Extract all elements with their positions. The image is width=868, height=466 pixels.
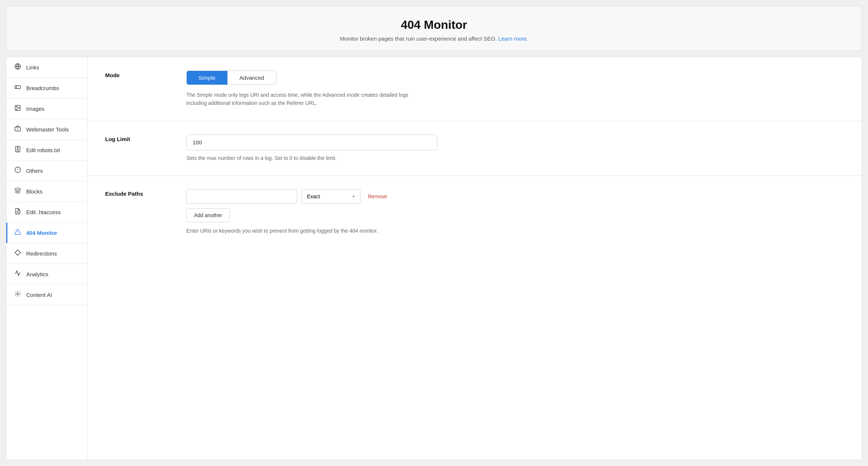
links-icon <box>14 63 22 72</box>
svg-point-4 <box>16 106 17 107</box>
svg-rect-1 <box>15 86 21 89</box>
add-another-button[interactable]: Add another <box>186 208 230 222</box>
sidebar-item-blocks[interactable]: Blocks <box>6 181 87 202</box>
svg-point-19 <box>17 293 19 295</box>
sidebar-item-breadcrumbs[interactable]: Breadcrumbs <box>6 78 87 99</box>
exclude-path-input[interactable] <box>186 189 297 204</box>
sidebar-item-404-monitor[interactable]: 404 Monitor <box>6 223 87 243</box>
log-limit-input[interactable] <box>186 134 437 150</box>
sidebar-item-breadcrumbs-label: Breadcrumbs <box>26 85 59 91</box>
breadcrumbs-icon <box>14 84 22 92</box>
sidebar-item-webmaster-tools[interactable]: Webmaster Tools <box>6 119 87 140</box>
main-layout: Links Breadcrumbs Images <box>6 57 862 460</box>
sidebar-item-webmaster-tools-label: Webmaster Tools <box>26 126 69 133</box>
sidebar-item-analytics-label: Analytics <box>26 271 48 277</box>
edit-htaccess-icon <box>14 208 22 216</box>
mode-description: The Simple mode only logs URI and access… <box>186 91 430 107</box>
sidebar-item-links[interactable]: Links <box>6 57 87 78</box>
sidebar-item-others[interactable]: Others <box>6 161 87 181</box>
images-icon <box>14 104 22 113</box>
blocks-icon <box>14 187 22 196</box>
others-icon <box>14 167 22 175</box>
exclude-match-select[interactable]: Exact Contains Starts With Ends With Reg… <box>302 189 361 204</box>
log-limit-section: Log Limit Sets the max number of rows in… <box>87 121 862 176</box>
sidebar-item-blocks-label: Blocks <box>26 188 42 195</box>
exclude-paths-label: Exclude Paths <box>105 189 186 235</box>
log-limit-label: Log Limit <box>105 134 186 162</box>
redirections-icon <box>14 249 22 258</box>
sidebar-item-edit-htaccess-label: Edit .htaccess <box>26 209 61 215</box>
learn-more-link[interactable]: Learn more <box>498 35 527 42</box>
mode-toggle: Simple Advanced <box>186 71 276 85</box>
mode-content: Simple Advanced The Simple mode only log… <box>186 71 844 107</box>
advanced-mode-button[interactable]: Advanced <box>227 71 276 85</box>
sidebar-item-others-label: Others <box>26 168 43 174</box>
mode-section: Mode Simple Advanced The Simple mode onl… <box>87 57 862 121</box>
sidebar-item-content-ai[interactable]: Content AI <box>6 285 87 305</box>
exclude-paths-section: Exclude Paths Exact Contains Starts With… <box>87 176 862 248</box>
exclude-paths-description: Enter URIs or keywords you wish to preve… <box>186 227 430 235</box>
exclude-paths-content: Exact Contains Starts With Ends With Reg… <box>186 189 844 235</box>
page-header: 404 Monitor Monitor broken pages that ru… <box>6 6 862 51</box>
mode-label: Mode <box>105 71 186 107</box>
log-limit-description: Sets the max number of rows in a log. Se… <box>186 154 430 162</box>
content-ai-icon <box>14 291 22 299</box>
page-title: 404 Monitor <box>12 18 856 32</box>
sidebar-item-404-monitor-label: 404 Monitor <box>26 230 57 236</box>
svg-point-9 <box>17 148 18 149</box>
remove-path-button[interactable]: Remove <box>365 192 390 201</box>
sidebar-item-analytics[interactable]: Analytics <box>6 264 87 285</box>
content-area: Mode Simple Advanced The Simple mode onl… <box>87 57 862 460</box>
sidebar-item-images-label: Images <box>26 106 44 112</box>
analytics-icon <box>14 270 22 278</box>
sidebar-item-content-ai-label: Content AI <box>26 292 52 298</box>
page-description: Monitor broken pages that ruin user-expe… <box>12 35 856 42</box>
exclude-path-row: Exact Contains Starts With Ends With Reg… <box>186 189 844 204</box>
svg-rect-8 <box>16 147 20 152</box>
edit-robots-icon <box>14 146 22 154</box>
log-limit-content: Sets the max number of rows in a log. Se… <box>186 134 844 162</box>
sidebar-item-images[interactable]: Images <box>6 99 87 119</box>
sidebar-item-links-label: Links <box>26 64 39 71</box>
sidebar-item-redirections-label: Redirections <box>26 250 57 257</box>
404-monitor-icon <box>14 229 22 237</box>
sidebar-item-edit-htaccess[interactable]: Edit .htaccess <box>6 202 87 223</box>
sidebar-item-redirections[interactable]: Redirections <box>6 243 87 264</box>
webmaster-tools-icon <box>14 125 22 134</box>
simple-mode-button[interactable]: Simple <box>187 71 227 85</box>
sidebar: Links Breadcrumbs Images <box>6 57 87 460</box>
sidebar-item-edit-robots[interactable]: Edit robots.txt <box>6 140 87 161</box>
sidebar-item-edit-robots-label: Edit robots.txt <box>26 147 60 153</box>
